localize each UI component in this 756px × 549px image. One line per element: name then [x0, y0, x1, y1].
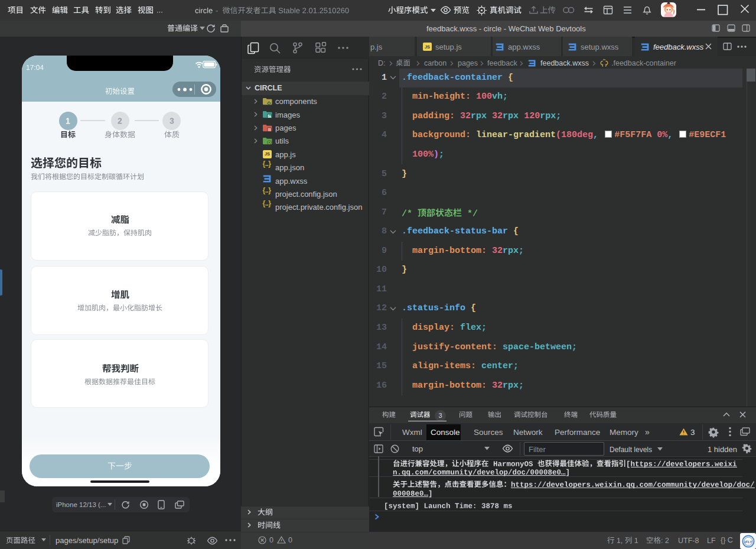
- svg-text:iFLY: iFLY: [744, 539, 752, 543]
